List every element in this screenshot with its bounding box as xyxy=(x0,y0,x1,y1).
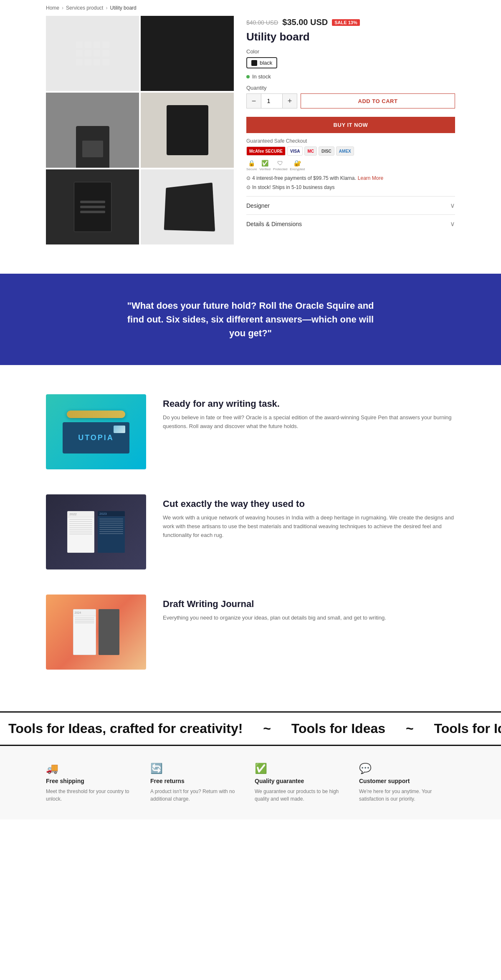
color-option-black[interactable]: black xyxy=(246,57,277,68)
quantity-label: Quantity xyxy=(246,85,455,91)
mcafee-icon: McAfee SECURE xyxy=(246,146,286,156)
accordion-details-chevron: ∨ xyxy=(450,220,455,228)
feature-desc-1: Do you believe in fate or free will? Ora… xyxy=(163,413,455,431)
feature-title-3: Draft Writing Journal xyxy=(163,599,455,610)
accordion-details: Details & Dimensions ∨ xyxy=(246,214,455,233)
shipping-title: Free shipping xyxy=(46,778,84,784)
support-title: Customer support xyxy=(359,778,410,784)
sale-badge: SALE 13% xyxy=(332,19,359,26)
trust-badge-1: 🔒Secure xyxy=(246,160,257,171)
footer-feat-returns: 🔄 Free returns A product isn't for you? … xyxy=(150,763,246,803)
feature-content-1: Ready for any writing task. Do you belie… xyxy=(163,394,455,431)
klarna-learn-more-link[interactable]: Learn More xyxy=(358,175,383,181)
stock-dot xyxy=(246,75,250,78)
quantity-input[interactable] xyxy=(261,93,282,108)
original-price: $40.00 USD xyxy=(246,19,278,26)
accordion-designer-chevron: ∨ xyxy=(450,202,455,209)
mastercard-icon: MC xyxy=(304,146,317,156)
color-swatch-black xyxy=(251,60,257,66)
footer-feat-shipping: 🚚 Free shipping Meet the threshold for y… xyxy=(46,763,142,803)
accordion-designer-label: Designer xyxy=(246,202,270,209)
visa-icon: VISA xyxy=(287,146,303,156)
notebook-1: 2022 xyxy=(67,511,94,553)
feature-image-1: UTOPIA xyxy=(46,394,146,469)
accordion-details-label: Details & Dimensions xyxy=(246,221,302,227)
support-desc: We're here for you anytime. Your satisfa… xyxy=(359,788,455,803)
quantity-decrease-button[interactable]: − xyxy=(246,93,261,108)
journal-2 xyxy=(99,609,119,655)
returns-icon: 🔄 xyxy=(150,763,163,774)
color-option-label: black xyxy=(260,60,272,66)
trust-badge-3: 🛡Protected xyxy=(273,160,287,171)
footer-feat-support: 💬 Customer support We're here for you an… xyxy=(359,763,455,803)
breadcrumb-sep1: › xyxy=(62,5,63,11)
support-icon: 💬 xyxy=(359,763,372,774)
shipping-desc: Meet the threshold for your country to u… xyxy=(46,788,142,803)
accordion: Designer ∨ Details & Dimensions ∨ xyxy=(246,196,455,233)
marquee-section: Tools for Ideas, crafted for creativity!… xyxy=(0,711,501,746)
ships-text: In stock! Ships in 5-10 business days xyxy=(252,184,334,190)
quote-text: "What does your future hold? Roll the Or… xyxy=(125,299,376,340)
feature-item-3: 2024 Draft Writing Journal Everything yo… xyxy=(46,595,455,670)
footer-features: 🚚 Free shipping Meet the threshold for y… xyxy=(0,746,501,819)
feature-content-3: Draft Writing Journal Everything you nee… xyxy=(163,595,455,622)
breadcrumb: Home › Services product › Utility board xyxy=(0,0,501,16)
returns-desc: A product isn't for you? Return with no … xyxy=(150,788,246,803)
feature-item-1: UTOPIA Ready for any writing task. Do yo… xyxy=(46,394,455,469)
product-info: $40.00 USD $35.00 USD SALE 13% Utility b… xyxy=(246,16,455,244)
feature-title-2: Cut exactly the way they used to xyxy=(163,499,455,509)
payment-icons: McAfee SECURE VISA MC DISC AMEX xyxy=(246,146,455,156)
footer-feat-quality: ✅ Quality guarantee We guarantee our pro… xyxy=(255,763,351,803)
product-image-4[interactable] xyxy=(141,93,234,168)
breadcrumb-sep2: › xyxy=(106,5,107,11)
feature-item-2: 2022 2023 Cut exac xyxy=(46,494,455,569)
quote-banner: "What does your future hold? Roll the Or… xyxy=(0,274,501,365)
quantity-stepper[interactable]: − + xyxy=(246,93,297,108)
sale-price: $35.00 USD xyxy=(282,18,328,27)
breadcrumb-category[interactable]: Services product xyxy=(66,5,103,11)
color-label: Color xyxy=(246,48,455,55)
feature-image-3: 2024 xyxy=(46,595,146,670)
feature-content-2: Cut exactly the way they used to We work… xyxy=(163,494,455,539)
returns-title: Free returns xyxy=(150,778,185,784)
trust-badges: 🔒Secure ✅Verified 🛡Protected 🔐Encrypted xyxy=(246,160,455,171)
product-image-grid xyxy=(46,16,234,244)
breadcrumb-current: Utility board xyxy=(110,5,136,11)
trust-badge-2: ✅Verified xyxy=(259,160,271,171)
product-image-5[interactable] xyxy=(46,169,139,244)
accordion-designer: Designer ∨ xyxy=(246,196,455,214)
buy-now-button[interactable]: BUY IT NOW xyxy=(246,117,455,133)
secure-checkout-label: Guaranteed Safe Checkout xyxy=(246,138,455,144)
quantity-increase-button[interactable]: + xyxy=(282,93,297,108)
feature-title-1: Ready for any writing task. xyxy=(163,398,455,409)
notebook-2: 2023 xyxy=(98,511,125,553)
accordion-designer-header[interactable]: Designer ∨ xyxy=(246,197,455,214)
stock-status: In stock xyxy=(252,73,271,80)
quality-icon: ✅ xyxy=(255,763,267,774)
color-selector[interactable]: black xyxy=(246,57,455,68)
price-row: $40.00 USD $35.00 USD SALE 13% xyxy=(246,18,455,27)
accordion-details-header[interactable]: Details & Dimensions ∨ xyxy=(246,215,455,233)
quality-desc: We guarantee our products to be high qua… xyxy=(255,788,351,803)
product-image-3[interactable] xyxy=(46,93,139,168)
discover-icon: DISC xyxy=(319,146,334,156)
stock-row: In stock xyxy=(246,73,455,80)
amex-icon: AMEX xyxy=(336,146,354,156)
add-to-cart-button[interactable]: ADD TO CART xyxy=(301,93,455,108)
product-image-1[interactable] xyxy=(46,16,139,91)
product-image-2[interactable] xyxy=(141,16,234,91)
klarna-row: ⊙ 4 interest-free payments of $99.75 wit… xyxy=(246,175,455,181)
klarna-text: 4 interest-free payments of $99.75 with … xyxy=(252,175,356,181)
features-section: UTOPIA Ready for any writing task. Do yo… xyxy=(0,378,501,711)
breadcrumb-home[interactable]: Home xyxy=(46,5,59,11)
quality-title: Quality guarantee xyxy=(255,778,304,784)
journal-1: 2024 xyxy=(73,609,96,655)
product-section: $40.00 USD $35.00 USD SALE 13% Utility b… xyxy=(0,16,501,261)
feature-image-2: 2022 2023 xyxy=(46,494,146,569)
feature-desc-2: We work with a unique network of weaving… xyxy=(163,514,455,539)
quantity-add-row: − + ADD TO CART xyxy=(246,93,455,113)
product-title: Utility board xyxy=(246,30,455,43)
feature-desc-3: Everything you need to organize your ide… xyxy=(163,614,455,622)
product-image-6[interactable] xyxy=(141,169,234,244)
shipping-icon: 🚚 xyxy=(46,763,58,774)
